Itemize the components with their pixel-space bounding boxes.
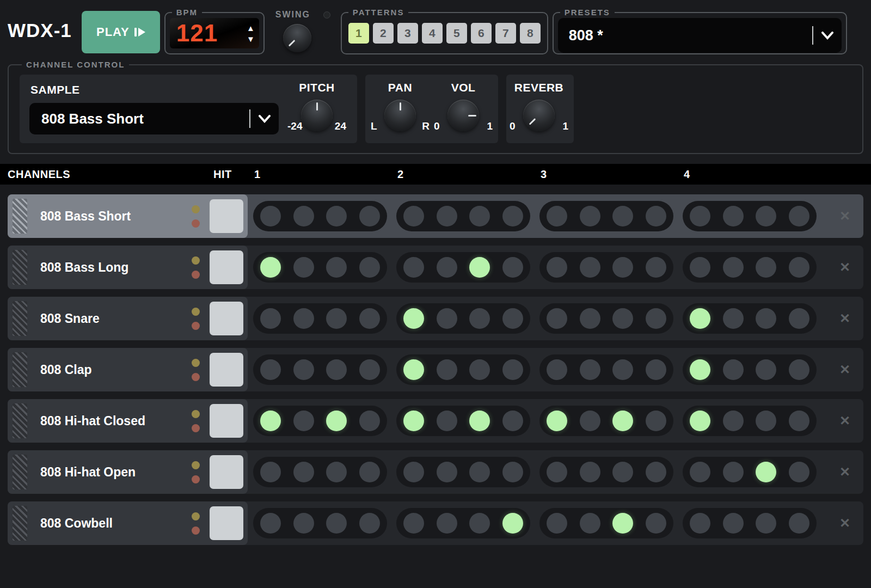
step-15-off[interactable]	[756, 257, 776, 278]
drag-handle-icon[interactable]	[13, 352, 27, 387]
drag-handle-icon[interactable]	[13, 301, 27, 336]
pattern-button-3[interactable]: 3	[397, 23, 418, 44]
step-10-off[interactable]	[580, 359, 600, 380]
mute-led-indicator[interactable]	[192, 410, 200, 418]
drag-handle-icon[interactable]	[13, 403, 27, 438]
pattern-button-8[interactable]: 8	[520, 23, 541, 44]
step-1-off[interactable]	[260, 308, 281, 329]
drag-handle-icon[interactable]	[13, 455, 27, 489]
step-9-off[interactable]	[547, 206, 567, 226]
solo-led-indicator[interactable]	[192, 219, 200, 228]
solo-led-indicator[interactable]	[192, 322, 200, 330]
step-11-off[interactable]	[612, 462, 633, 482]
step-4-off[interactable]	[359, 513, 380, 534]
pattern-button-7[interactable]: 7	[495, 23, 516, 44]
step-12-off[interactable]	[646, 462, 666, 482]
step-9-on[interactable]	[547, 411, 567, 431]
step-13-off[interactable]	[690, 513, 710, 534]
step-5-off[interactable]	[403, 257, 424, 278]
step-12-off[interactable]	[646, 359, 666, 380]
step-6-off[interactable]	[437, 257, 457, 278]
step-16-off[interactable]	[789, 308, 809, 329]
step-2-off[interactable]	[293, 206, 314, 226]
step-11-off[interactable]	[612, 308, 633, 329]
mute-led-indicator[interactable]	[192, 359, 200, 367]
step-5-on[interactable]	[403, 411, 424, 431]
bpm-decrease-button[interactable]: ▼	[243, 34, 258, 44]
step-8-on[interactable]	[502, 513, 523, 534]
step-4-off[interactable]	[359, 308, 380, 329]
step-5-off[interactable]	[403, 513, 424, 534]
step-9-off[interactable]	[547, 462, 567, 482]
step-3-off[interactable]	[326, 462, 347, 482]
pattern-button-5[interactable]: 5	[446, 23, 467, 44]
step-3-off[interactable]	[326, 308, 347, 329]
step-5-off[interactable]	[403, 206, 424, 226]
pattern-button-1[interactable]: 1	[348, 23, 369, 44]
pan-knob[interactable]	[384, 100, 416, 131]
step-7-off[interactable]	[469, 206, 490, 226]
channel-plate[interactable]: 808 Bass Long	[8, 246, 248, 289]
step-9-off[interactable]	[547, 513, 567, 534]
step-1-off[interactable]	[260, 206, 281, 226]
delete-channel-button[interactable]: ✕	[836, 208, 854, 224]
step-14-off[interactable]	[723, 359, 744, 380]
delete-channel-button[interactable]: ✕	[836, 464, 854, 480]
step-7-off[interactable]	[469, 513, 490, 534]
step-16-off[interactable]	[789, 462, 809, 482]
delete-channel-button[interactable]: ✕	[836, 259, 854, 275]
step-10-off[interactable]	[580, 462, 600, 482]
step-2-off[interactable]	[293, 462, 314, 482]
step-5-off[interactable]	[403, 462, 424, 482]
solo-led-indicator[interactable]	[192, 526, 200, 535]
delete-channel-button[interactable]: ✕	[836, 362, 854, 378]
mute-led-indicator[interactable]	[192, 308, 200, 316]
channel-plate[interactable]: 808 Snare	[8, 297, 248, 340]
step-14-off[interactable]	[723, 411, 744, 431]
step-14-off[interactable]	[723, 308, 744, 329]
hit-button[interactable]	[210, 199, 243, 233]
step-6-off[interactable]	[437, 359, 457, 380]
step-1-off[interactable]	[260, 359, 281, 380]
step-8-off[interactable]	[502, 257, 523, 278]
bpm-increase-button[interactable]: ▲	[243, 23, 258, 33]
step-1-on[interactable]	[260, 411, 281, 431]
step-12-off[interactable]	[646, 513, 666, 534]
step-11-off[interactable]	[612, 206, 633, 226]
step-4-off[interactable]	[359, 411, 380, 431]
mute-led-indicator[interactable]	[192, 512, 200, 520]
step-10-off[interactable]	[580, 206, 600, 226]
pattern-button-2[interactable]: 2	[373, 23, 394, 44]
channel-plate[interactable]: 808 Clap	[8, 348, 248, 391]
step-3-off[interactable]	[326, 257, 347, 278]
channel-plate[interactable]: 808 Hi-hat Closed	[8, 399, 248, 443]
step-13-on[interactable]	[690, 308, 710, 329]
step-14-off[interactable]	[723, 257, 744, 278]
step-13-on[interactable]	[690, 411, 710, 431]
step-14-off[interactable]	[723, 206, 744, 226]
step-16-off[interactable]	[789, 257, 809, 278]
drag-handle-icon[interactable]	[13, 250, 27, 285]
vol-knob[interactable]	[447, 100, 479, 131]
channel-plate[interactable]: 808 Hi-hat Open	[8, 450, 248, 494]
step-14-off[interactable]	[723, 513, 744, 534]
step-2-off[interactable]	[293, 359, 314, 380]
step-1-off[interactable]	[260, 513, 281, 534]
step-7-on[interactable]	[469, 411, 490, 431]
hit-button[interactable]	[210, 404, 243, 438]
step-15-off[interactable]	[756, 206, 776, 226]
step-4-off[interactable]	[359, 359, 380, 380]
step-14-off[interactable]	[723, 462, 744, 482]
step-2-off[interactable]	[293, 257, 314, 278]
swing-knob[interactable]	[283, 24, 311, 52]
step-2-off[interactable]	[293, 308, 314, 329]
step-6-off[interactable]	[437, 513, 457, 534]
step-2-off[interactable]	[293, 513, 314, 534]
hit-button[interactable]	[210, 250, 243, 284]
step-5-on[interactable]	[403, 359, 424, 380]
step-4-off[interactable]	[359, 462, 380, 482]
step-16-off[interactable]	[789, 411, 809, 431]
step-10-off[interactable]	[580, 308, 600, 329]
step-6-off[interactable]	[437, 308, 457, 329]
play-button[interactable]: PLAY	[82, 11, 160, 53]
